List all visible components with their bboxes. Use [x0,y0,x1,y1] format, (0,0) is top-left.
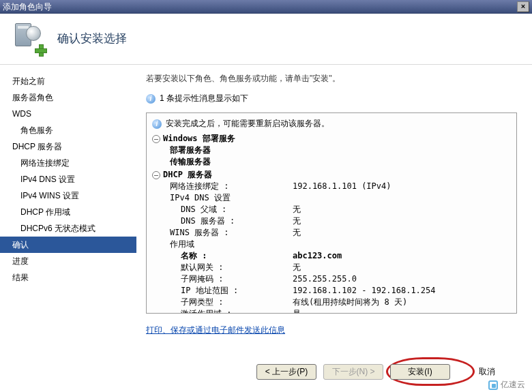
sidebar-item[interactable]: DHCP 作用域 [0,204,136,220]
window-titlebar: 添加角色向导 × [0,0,532,14]
section-dhcp[interactable]: – DHCP 服务器 [152,169,511,181]
wizard-content: 若要安装以下角色、角色服务或功能，请单击"安装"。 i 1 条提示性消息显示如下… [136,65,532,392]
sidebar-item[interactable]: 角色服务 [0,122,136,138]
button-row: < 上一步(P) 下一步(N) > 安装(I) 取消 [256,364,517,380]
page-title: 确认安装选择 [57,31,127,46]
sidebar-item[interactable]: 网络连接绑定 [0,155,136,171]
wizard-sidebar: 开始之前 服务器角色 WDS 角色服务 DHCP 服务器 网络连接绑定 IPv4… [0,65,136,392]
sidebar-item[interactable]: IPv4 DNS 设置 [0,171,136,187]
sidebar-item[interactable]: 结果 [0,269,136,286]
sidebar-item[interactable]: WDS [0,106,136,122]
section-wds[interactable]: – Windows 部署服务 [152,133,511,145]
restart-note-row: i 安装完成之后，可能需要重新启动该服务器。 [152,118,511,130]
watermark-icon [488,380,498,390]
kv-row: DNS 服务器 :无 [152,215,511,227]
sidebar-item-selected[interactable]: 确认 [0,237,136,253]
close-icon[interactable]: × [517,1,529,12]
wizard-header: 确认安装选择 [0,14,532,65]
wds-item: 传输服务器 [152,156,511,168]
kv-row: 作用域 [152,239,511,250]
restart-note: 安装完成之后，可能需要重新启动该服务器。 [166,118,329,130]
details-box: i 安装完成之后，可能需要重新启动该服务器。 – Windows 部署服务 部署… [146,112,517,314]
watermark-text: 亿速云 [501,379,525,391]
cancel-button[interactable]: 取消 [457,364,517,380]
kv-row: IP 地址范围 :192.168.1.102 - 192.168.1.254 [152,285,511,297]
window-title: 添加角色向导 [3,0,52,14]
section-title: DHCP 服务器 [163,169,212,181]
sidebar-item[interactable]: 服务器角色 [0,89,136,106]
next-button: 下一步(N) > [323,364,383,380]
info-count-text: 1 条提示性消息显示如下 [160,93,248,104]
watermark: 亿速云 [488,379,525,391]
kv-row: IPv4 DNS 设置 [152,192,511,204]
sidebar-item[interactable]: 进度 [0,253,136,269]
section-title: Windows 部署服务 [163,133,235,145]
intro-text: 若要安装以下角色、角色服务或功能，请单击"安装"。 [146,73,517,85]
kv-row: 名称 :abc123.com [152,250,511,262]
info-count-row: i 1 条提示性消息显示如下 [146,93,517,104]
sidebar-item[interactable]: DHCP 服务器 [0,138,136,155]
prev-button[interactable]: < 上一步(P) [256,364,316,380]
sidebar-item[interactable]: DHCPv6 无状态模式 [0,220,136,237]
install-button[interactable]: 安装(I) [390,364,450,380]
kv-row: 激活作用域 :是 [152,308,511,314]
wds-item: 部署服务器 [152,145,511,156]
info-icon: i [146,94,156,104]
wizard-icon [12,22,45,55]
send-info-link[interactable]: 打印、保存或通过电子邮件发送此信息 [146,325,285,336]
collapse-icon[interactable]: – [152,171,160,179]
kv-row: DNS 父域 :无 [152,204,511,215]
sidebar-item[interactable]: 开始之前 [0,73,136,89]
kv-row: 网络连接绑定 :192.168.1.101 (IPv4) [152,181,511,192]
wizard-body: 开始之前 服务器角色 WDS 角色服务 DHCP 服务器 网络连接绑定 IPv4… [0,65,532,392]
kv-row: 子网类型 :有线(租用持续时间将为 8 天) [152,297,511,308]
kv-row: 默认网关 :无 [152,262,511,273]
info-icon: i [152,119,162,129]
kv-row: 子网掩码 :255.255.255.0 [152,273,511,285]
kv-row: WINS 服务器 :无 [152,227,511,239]
collapse-icon[interactable]: – [152,135,160,143]
wizard-footer: < 上一步(P) 下一步(N) > 安装(I) 取消 [146,352,517,380]
sidebar-item[interactable]: IPv4 WINS 设置 [0,187,136,204]
